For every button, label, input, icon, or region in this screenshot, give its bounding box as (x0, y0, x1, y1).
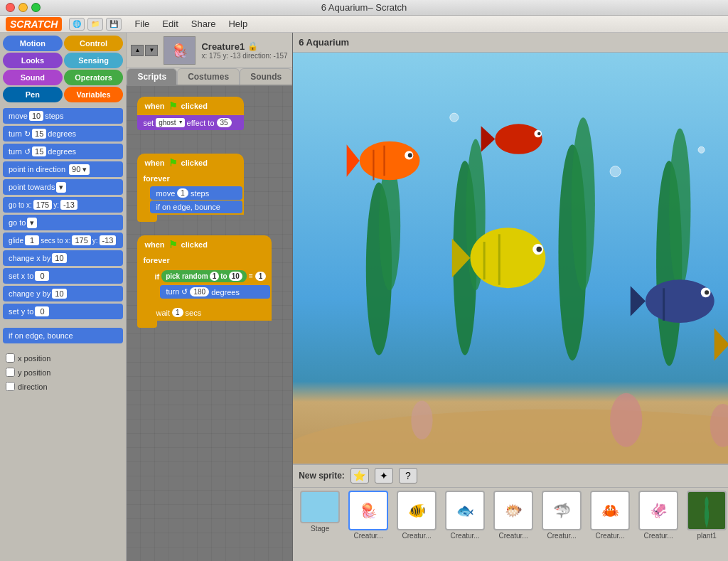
checkbox-direction[interactable]: direction (3, 380, 123, 392)
menu-share[interactable]: Share (186, 17, 222, 31)
move-steps-input[interactable]: 10 (29, 111, 43, 121)
menu-file[interactable]: File (129, 17, 155, 31)
hat-block-1[interactable]: when ⚑ clicked (137, 97, 244, 115)
block-if-edge[interactable]: if on edge, bounce (3, 328, 123, 343)
sprite-item-creature7[interactable]: 🦑 Creatur... (637, 491, 680, 540)
blocks-list: move 10 steps turn ↻ 15 degrees turn ↺ 1… (0, 105, 126, 561)
move-1-input[interactable]: 1 (177, 188, 188, 198)
block-set-x[interactable]: set x to 0 (3, 268, 123, 284)
sprite-item-creature4[interactable]: 🐡 Creatur... (492, 491, 535, 540)
move-1-block[interactable]: move 1 steps (150, 186, 242, 200)
point-dir-dropdown[interactable]: 90 ▾ (69, 164, 90, 175)
turn-180-block[interactable]: turn ↺ 180 degrees (160, 285, 270, 299)
checkbox-y-position[interactable]: y position (3, 366, 123, 378)
add-sprite-btn[interactable]: ⭐ (350, 468, 369, 483)
direction-checkbox[interactable] (6, 382, 15, 391)
if-value[interactable]: 1 (255, 272, 267, 281)
scripts-area[interactable]: when ⚑ clicked set ghost▼ effect to 35 w… (127, 86, 292, 561)
cat-looks-btn[interactable]: Looks (3, 53, 63, 68)
cat-control-btn[interactable]: Control (64, 36, 124, 51)
if-block-3[interactable]: if pick random 1 to 10 = 1 (150, 268, 270, 284)
block-turn-cw[interactable]: turn ↻ 15 degrees (3, 126, 123, 141)
scratch-logo[interactable]: SCRATCH (6, 17, 62, 31)
svg-point-23 (408, 153, 412, 157)
minimize-button[interactable] (18, 3, 28, 12)
block-point-toward[interactable]: point towards ▾ (3, 179, 123, 195)
block-point-dir[interactable]: point in direction 90 ▾ (3, 161, 123, 177)
block-change-y[interactable]: change y by 10 (3, 286, 123, 301)
block-glide[interactable]: glide 1 secs to x:175 y:-13 (3, 233, 123, 248)
sprite-item-plant1[interactable]: plant1 (685, 491, 728, 540)
sprite-item-creature1[interactable]: 🪼 Creatur... (347, 491, 390, 540)
ghost-dropdown[interactable]: ghost▼ (156, 118, 184, 127)
set-x-input[interactable]: 0 (35, 271, 49, 281)
tab-costumes[interactable]: Costumes (177, 68, 240, 85)
sprite-header: ▲ ▼ 🪼 Creature1 🔒 x: 175 y: -13 directio… (127, 33, 292, 68)
block-change-x[interactable]: change x by 10 (3, 250, 123, 266)
block-set-y[interactable]: set y to 0 (3, 304, 123, 319)
turn-cw-input[interactable]: 15 (32, 129, 46, 139)
creature1-thumb: 🪼 (348, 491, 388, 530)
sprite-item-creature5[interactable]: 🦈 Creatur... (540, 491, 583, 540)
cat-motion-btn[interactable]: Motion (3, 36, 63, 51)
x-pos-checkbox[interactable] (6, 353, 15, 363)
cat-sound-btn[interactable]: Sound (3, 70, 63, 85)
sprite-item-creature6[interactable]: 🦀 Creatur... (589, 491, 631, 540)
cat-sensing-btn[interactable]: Sensing (64, 53, 124, 68)
goto-dropdown[interactable]: ▾ (27, 218, 37, 228)
sprite-item-stage[interactable]: Stage (299, 491, 341, 533)
pick-random-block[interactable]: pick random 1 to 10 (161, 270, 247, 282)
paint-sprite-btn[interactable]: ✦ (375, 468, 393, 483)
sprite-scroll-up[interactable]: ▲ (131, 45, 144, 56)
cat-variables-btn[interactable]: Variables (64, 87, 124, 102)
change-x-input[interactable]: 10 (52, 253, 66, 263)
ghost-value[interactable]: 35 (217, 118, 232, 127)
svg-point-11 (610, 393, 642, 447)
goto-x-input[interactable]: 175 (33, 200, 52, 210)
sprite-item-creature2[interactable]: 🐠 Creatur... (395, 491, 438, 540)
set-y-input[interactable]: 0 (35, 306, 49, 316)
if-edge-block-2[interactable]: if on edge, bounce (150, 201, 242, 213)
block-turn-ccw[interactable]: turn ↺ 15 degrees (3, 144, 123, 159)
set-label: set (143, 119, 154, 127)
turn-ccw-input[interactable]: 15 (32, 146, 46, 156)
glide-x-input[interactable]: 175 (72, 235, 90, 245)
maximize-button[interactable] (31, 3, 41, 12)
y-pos-checkbox[interactable] (6, 368, 15, 377)
menu-help[interactable]: Help (223, 17, 253, 31)
folder-icon[interactable]: 📁 (87, 18, 103, 31)
creature7-thumb: 🦑 (638, 491, 678, 530)
goto-y-input[interactable]: -13 (60, 200, 77, 210)
creature3-label: Creatur... (451, 532, 480, 540)
wait-input[interactable]: 1 (172, 308, 183, 317)
x-pos-label: x position (18, 354, 50, 363)
glide-y-input[interactable]: -13 (100, 235, 117, 245)
menu-edit[interactable]: Edit (156, 17, 183, 31)
sprite-item-creature3[interactable]: 🐟 Creatur... (444, 491, 486, 540)
save-icon[interactable]: 💾 (106, 18, 122, 31)
sprite-scroll-down[interactable]: ▼ (145, 45, 158, 56)
random-min[interactable]: 1 (210, 272, 220, 281)
random-max[interactable]: 10 (229, 272, 242, 281)
tab-sounds[interactable]: Sounds (240, 68, 292, 85)
checkbox-x-position[interactable]: x position (3, 352, 123, 364)
forever-block-3[interactable]: forever (137, 254, 272, 267)
glide-secs-input[interactable]: 1 (25, 235, 39, 245)
cat-operators-btn[interactable]: Operators (64, 70, 124, 85)
close-button[interactable] (6, 3, 15, 12)
point-toward-dropdown[interactable]: ▾ (56, 182, 66, 193)
block-goto[interactable]: go to ▾ (3, 215, 123, 230)
block-move-steps[interactable]: move 10 steps (3, 108, 123, 124)
tab-scripts[interactable]: Scripts (127, 68, 177, 85)
wait-block-3[interactable]: wait 1 secs (150, 306, 270, 319)
forever-block-2[interactable]: forever (137, 172, 244, 185)
turn-180-input[interactable]: 180 (190, 287, 209, 296)
hat-block-2[interactable]: when ⚑ clicked (137, 154, 244, 172)
block-goto-xy[interactable]: go to x:175 y:-13 (3, 197, 123, 213)
change-y-input[interactable]: 10 (52, 289, 66, 299)
globe-icon[interactable]: 🌐 (69, 18, 85, 31)
cat-pen-btn[interactable]: Pen (3, 87, 63, 102)
question-sprite-btn[interactable]: ? (399, 468, 417, 483)
hat-block-3[interactable]: when ⚑ clicked (137, 235, 272, 254)
set-ghost-block[interactable]: set ghost▼ effect to 35 (137, 115, 244, 130)
